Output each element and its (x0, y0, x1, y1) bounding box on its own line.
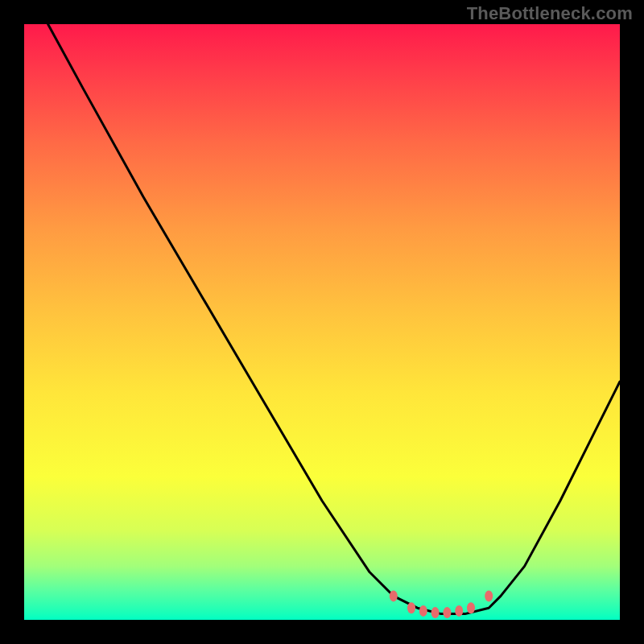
valley-marker (390, 590, 398, 601)
valley-marker (443, 607, 451, 618)
valley-marker (431, 607, 440, 618)
plot-area (24, 24, 620, 620)
valley-marker (455, 605, 463, 617)
bottleneck-curve (48, 24, 620, 614)
valley-marker (419, 605, 427, 617)
valley-marker (407, 602, 415, 613)
chart-frame: TheBottleneck.com (0, 0, 644, 644)
attribution-text: TheBottleneck.com (467, 3, 633, 24)
valley-marker (467, 602, 475, 613)
curve-layer (24, 24, 620, 620)
valley-marker (485, 590, 493, 601)
